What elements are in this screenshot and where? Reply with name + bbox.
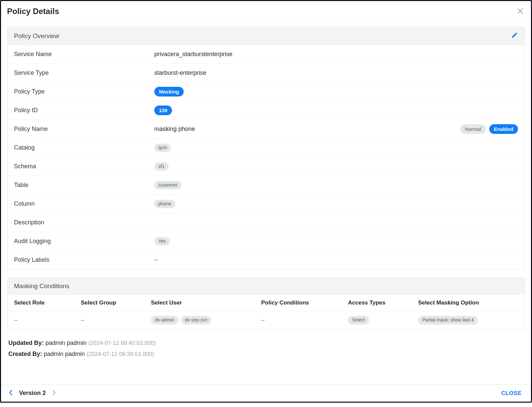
label-schema: Schema [14, 163, 154, 170]
pill-user-0: dv-admin [151, 316, 178, 325]
pill-policy-id: 139 [154, 106, 172, 115]
label-policy-type: Policy Type [14, 88, 154, 95]
updated-by-ts: (2024-07-12 09:40:53.000) [88, 340, 156, 346]
badge-enabled: Enabled [489, 124, 518, 134]
edit-icon[interactable] [511, 32, 518, 40]
policy-overview-panel: Policy Overview Service Name privacera_s… [7, 27, 525, 269]
col-at-header: Access Types [348, 299, 418, 306]
masking-conditions-header: Masking Conditions [7, 278, 525, 294]
close-icon[interactable] [516, 6, 525, 17]
cell-role: -- [14, 317, 81, 323]
created-by-user: padmin padmin [44, 351, 85, 357]
row-catalog: Catalog tpch [7, 138, 525, 157]
policy-overview-header: Policy Overview [7, 27, 525, 45]
updated-by-user: padmin padmin [45, 340, 86, 346]
cell-at: Select [348, 316, 418, 325]
conditions-columns: Select Role Select Group Select User Pol… [7, 294, 525, 311]
updated-by-label: Updated By: [8, 340, 44, 346]
row-policy-id: Policy ID 139 [7, 101, 525, 120]
value-service-type: starburst-enterprise [154, 69, 518, 76]
pill-table: customer [154, 181, 182, 190]
label-audit-logging: Audit Logging [14, 238, 154, 245]
row-description: Description [7, 213, 525, 232]
pill-catalog: tpch [154, 144, 171, 152]
col-pc-header: Policy Conditions [261, 299, 348, 306]
created-by-label: Created By: [8, 351, 42, 357]
panel-title: Masking Conditions [14, 282, 69, 290]
dialog-title: Policy Details [7, 7, 59, 16]
row-service-name: Service Name privacera_starburstenterpri… [7, 45, 525, 63]
label-policy-name: Policy Name [14, 126, 154, 133]
version-label: Version 2 [19, 390, 46, 397]
row-audit-logging: Audit Logging Yes [7, 232, 525, 250]
pill-access-type: Select [348, 316, 369, 325]
row-schema: Schema sf1 [7, 157, 525, 176]
masking-conditions-panel: Masking Conditions Select Role Select Gr… [7, 277, 525, 330]
cell-mopt: Partial mask: show last 4 [418, 316, 518, 325]
col-user-header: Select User [151, 299, 261, 306]
label-policy-labels: Policy Labels [14, 256, 154, 263]
pill-user-1: dv-sep-svc [181, 316, 212, 325]
col-group-header: Select Group [81, 299, 151, 306]
close-button[interactable]: CLOSE [499, 390, 524, 397]
chevron-left-icon[interactable] [8, 389, 13, 397]
row-table: Table customer [7, 176, 525, 194]
value-policy-labels: -- [154, 256, 518, 263]
chevron-right-icon [52, 389, 56, 397]
label-service-name: Service Name [14, 51, 154, 58]
value-policy-name: masking phone [154, 126, 460, 133]
pill-schema: sf1 [154, 162, 169, 171]
label-policy-id: Policy ID [14, 107, 154, 114]
col-mopt-header: Select Masking Option [418, 299, 518, 306]
created-by-ts: (2024-07-12 09:38:53.000) [86, 351, 154, 357]
cell-pc: -- [261, 317, 348, 323]
label-column: Column [14, 200, 154, 207]
label-service-type: Service Type [14, 69, 154, 76]
cell-group: -- [81, 317, 151, 323]
row-policy-type: Policy Type Masking [7, 82, 525, 101]
row-policy-name: Policy Name masking phone Normal Enabled [7, 120, 525, 138]
cell-user: dv-admin dv-sep-svc [151, 316, 261, 325]
label-table: Table [14, 182, 154, 189]
label-catalog: Catalog [14, 144, 154, 151]
value-service-name: privacera_starburstenterprise [154, 51, 518, 58]
updated-by-line: Updated By: padmin padmin (2024-07-12 09… [7, 338, 525, 349]
col-role-header: Select Role [14, 299, 81, 306]
panel-title: Policy Overview [14, 32, 59, 40]
pill-audit-logging: Yes [154, 237, 170, 246]
row-column: Column phone [7, 194, 525, 213]
row-policy-labels: Policy Labels -- [7, 250, 525, 269]
badge-normal: Normal [460, 124, 486, 134]
pill-policy-type: Masking [154, 87, 184, 96]
pill-column: phone [154, 200, 175, 208]
conditions-row: -- -- dv-admin dv-sep-svc -- Select Part… [7, 311, 525, 329]
created-by-line: Created By: padmin padmin (2024-07-12 09… [7, 349, 525, 360]
row-service-type: Service Type starburst-enterprise [7, 63, 525, 82]
label-description: Description [14, 219, 154, 226]
dialog-footer: Version 2 CLOSE [1, 384, 531, 402]
pill-masking-option: Partial mask: show last 4 [418, 316, 478, 325]
